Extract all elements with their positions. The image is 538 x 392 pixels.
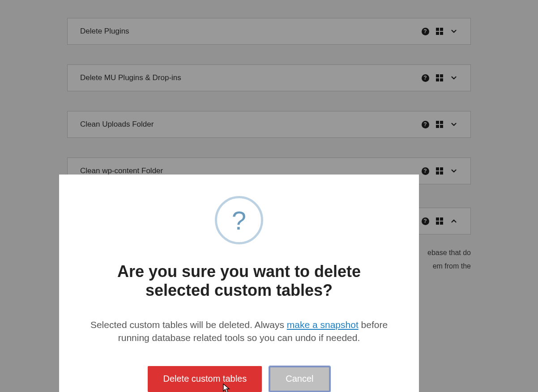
modal-icon-wrap: ? xyxy=(82,196,396,244)
confirm-modal: ? Are you sure you want to delete select… xyxy=(59,175,419,392)
page-root: Delete Plugins ? Delete MU Plugins & Dro… xyxy=(0,0,538,392)
modal-body-before: Selected custom tables will be deleted. … xyxy=(90,320,287,330)
modal-body: Selected custom tables will be deleted. … xyxy=(82,318,396,345)
snapshot-link[interactable]: make a snapshot xyxy=(287,320,359,330)
cancel-button[interactable]: Cancel xyxy=(269,366,330,392)
modal-actions: Delete custom tables Cancel xyxy=(82,366,396,392)
confirm-delete-button[interactable]: Delete custom tables xyxy=(148,366,262,392)
question-icon: ? xyxy=(215,196,263,244)
modal-title: Are you sure you want to delete selected… xyxy=(96,262,382,300)
